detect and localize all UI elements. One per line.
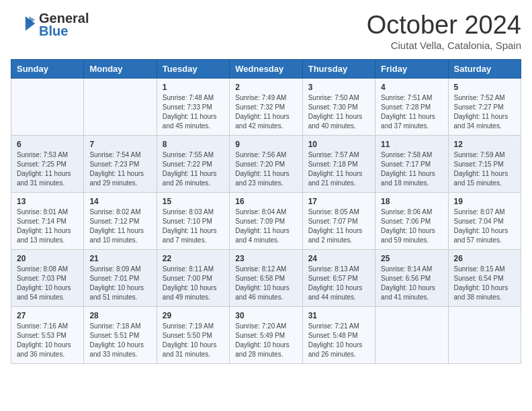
calendar-cell: 2Sunrise: 7:49 AM Sunset: 7:32 PM Daylig…	[230, 79, 302, 136]
calendar-week-row: 6Sunrise: 7:53 AM Sunset: 7:25 PM Daylig…	[11, 136, 521, 193]
day-info: Sunrise: 7:58 AM Sunset: 7:17 PM Dayligh…	[381, 150, 442, 188]
day-number: 9	[235, 140, 296, 149]
day-info: Sunrise: 8:07 AM Sunset: 7:04 PM Dayligh…	[454, 208, 515, 245]
day-info: Sunrise: 7:53 AM Sunset: 7:25 PM Dayligh…	[17, 150, 78, 188]
calendar-cell: 16Sunrise: 8:04 AM Sunset: 7:09 PM Dayli…	[230, 193, 302, 250]
calendar-cell: 29Sunrise: 7:19 AM Sunset: 5:50 PM Dayli…	[157, 307, 229, 364]
calendar-week-row: 27Sunrise: 7:16 AM Sunset: 5:53 PM Dayli…	[11, 307, 521, 364]
location-subtitle: Ciutat Vella, Catalonia, Spain	[367, 40, 521, 51]
calendar-cell	[375, 307, 448, 364]
day-of-week-header: Monday	[84, 60, 157, 79]
calendar-cell: 17Sunrise: 8:05 AM Sunset: 7:07 PM Dayli…	[302, 193, 375, 250]
day-info: Sunrise: 7:50 AM Sunset: 7:30 PM Dayligh…	[308, 93, 369, 131]
calendar-cell: 7Sunrise: 7:54 AM Sunset: 7:23 PM Daylig…	[84, 136, 157, 193]
calendar-cell: 15Sunrise: 8:03 AM Sunset: 7:10 PM Dayli…	[157, 193, 229, 250]
calendar-cell: 22Sunrise: 8:11 AM Sunset: 7:00 PM Dayli…	[157, 250, 229, 307]
day-number: 31	[308, 311, 369, 320]
calendar-cell: 30Sunrise: 7:20 AM Sunset: 5:49 PM Dayli…	[230, 307, 302, 364]
calendar-table: SundayMondayTuesdayWednesdayThursdayFrid…	[11, 59, 521, 364]
calendar-cell	[448, 307, 521, 364]
day-number: 6	[17, 140, 78, 149]
day-info: Sunrise: 8:12 AM Sunset: 6:58 PM Dayligh…	[235, 265, 296, 302]
day-number: 11	[381, 140, 442, 149]
day-number: 28	[89, 311, 150, 320]
calendar-cell: 26Sunrise: 8:15 AM Sunset: 6:54 PM Dayli…	[448, 250, 521, 307]
calendar-cell: 18Sunrise: 8:06 AM Sunset: 7:06 PM Dayli…	[375, 193, 448, 250]
calendar-cell: 31Sunrise: 7:21 AM Sunset: 5:48 PM Dayli…	[302, 307, 375, 364]
calendar-week-row: 20Sunrise: 8:08 AM Sunset: 7:03 PM Dayli…	[11, 250, 521, 307]
day-info: Sunrise: 7:48 AM Sunset: 7:33 PM Dayligh…	[163, 93, 224, 131]
day-of-week-header: Friday	[375, 60, 448, 79]
day-info: Sunrise: 7:59 AM Sunset: 7:15 PM Dayligh…	[454, 150, 515, 188]
calendar-cell: 21Sunrise: 8:09 AM Sunset: 7:01 PM Dayli…	[84, 250, 157, 307]
calendar-week-row: 13Sunrise: 8:01 AM Sunset: 7:14 PM Dayli…	[11, 193, 521, 250]
day-info: Sunrise: 7:49 AM Sunset: 7:32 PM Dayligh…	[235, 93, 296, 131]
day-number: 23	[235, 254, 296, 263]
calendar-cell: 3Sunrise: 7:50 AM Sunset: 7:30 PM Daylig…	[302, 79, 375, 136]
calendar-cell: 1Sunrise: 7:48 AM Sunset: 7:33 PM Daylig…	[157, 79, 229, 136]
day-number: 22	[163, 254, 224, 263]
day-info: Sunrise: 7:19 AM Sunset: 5:50 PM Dayligh…	[163, 322, 224, 359]
day-of-week-header: Thursday	[302, 60, 375, 79]
day-info: Sunrise: 7:21 AM Sunset: 5:48 PM Dayligh…	[308, 322, 369, 359]
day-number: 1	[163, 83, 224, 92]
calendar-cell: 27Sunrise: 7:16 AM Sunset: 5:53 PM Dayli…	[11, 307, 84, 364]
day-info: Sunrise: 8:15 AM Sunset: 6:54 PM Dayligh…	[454, 265, 515, 302]
day-info: Sunrise: 7:54 AM Sunset: 7:23 PM Dayligh…	[89, 150, 150, 188]
day-number: 4	[381, 83, 442, 92]
day-info: Sunrise: 7:16 AM Sunset: 5:53 PM Dayligh…	[17, 322, 78, 359]
calendar-cell: 10Sunrise: 7:57 AM Sunset: 7:18 PM Dayli…	[302, 136, 375, 193]
calendar-cell: 23Sunrise: 8:12 AM Sunset: 6:58 PM Dayli…	[230, 250, 302, 307]
day-number: 20	[17, 254, 78, 263]
day-info: Sunrise: 7:20 AM Sunset: 5:49 PM Dayligh…	[235, 322, 296, 359]
calendar-cell: 14Sunrise: 8:02 AM Sunset: 7:12 PM Dayli…	[84, 193, 157, 250]
day-number: 2	[235, 83, 296, 92]
day-number: 7	[89, 140, 150, 149]
calendar-cell: 4Sunrise: 7:51 AM Sunset: 7:28 PM Daylig…	[375, 79, 448, 136]
day-number: 27	[17, 311, 78, 320]
day-number: 13	[17, 197, 78, 206]
page-header: General Blue October 2024 Ciutat Vella, …	[11, 11, 521, 51]
day-number: 19	[454, 197, 515, 206]
day-info: Sunrise: 7:52 AM Sunset: 7:27 PM Dayligh…	[454, 93, 515, 131]
calendar-header: SundayMondayTuesdayWednesdayThursdayFrid…	[11, 60, 521, 79]
calendar-cell: 13Sunrise: 8:01 AM Sunset: 7:14 PM Dayli…	[11, 193, 84, 250]
day-number: 3	[308, 83, 369, 92]
day-number: 17	[308, 197, 369, 206]
day-info: Sunrise: 8:14 AM Sunset: 6:56 PM Dayligh…	[381, 265, 442, 302]
day-info: Sunrise: 7:55 AM Sunset: 7:22 PM Dayligh…	[163, 150, 224, 188]
day-of-week-header: Saturday	[448, 60, 521, 79]
day-info: Sunrise: 7:56 AM Sunset: 7:20 PM Dayligh…	[235, 150, 296, 188]
day-number: 5	[454, 83, 515, 92]
calendar-cell: 12Sunrise: 7:59 AM Sunset: 7:15 PM Dayli…	[448, 136, 521, 193]
month-title: October 2024	[367, 11, 521, 40]
day-number: 16	[235, 197, 296, 206]
calendar-cell: 20Sunrise: 8:08 AM Sunset: 7:03 PM Dayli…	[11, 250, 84, 307]
calendar-cell	[11, 79, 84, 136]
day-number: 15	[163, 197, 224, 206]
day-info: Sunrise: 8:09 AM Sunset: 7:01 PM Dayligh…	[89, 265, 150, 302]
day-info: Sunrise: 7:18 AM Sunset: 5:51 PM Dayligh…	[89, 322, 150, 359]
calendar-cell: 8Sunrise: 7:55 AM Sunset: 7:22 PM Daylig…	[157, 136, 229, 193]
day-number: 12	[454, 140, 515, 149]
calendar-cell: 6Sunrise: 7:53 AM Sunset: 7:25 PM Daylig…	[11, 136, 84, 193]
day-number: 24	[308, 254, 369, 263]
title-block: October 2024 Ciutat Vella, Catalonia, Sp…	[367, 11, 521, 51]
day-number: 14	[89, 197, 150, 206]
day-number: 29	[163, 311, 224, 320]
day-info: Sunrise: 8:11 AM Sunset: 7:00 PM Dayligh…	[163, 265, 224, 302]
calendar-cell: 19Sunrise: 8:07 AM Sunset: 7:04 PM Dayli…	[448, 193, 521, 250]
logo: General Blue	[11, 11, 89, 39]
day-info: Sunrise: 7:51 AM Sunset: 7:28 PM Dayligh…	[381, 93, 442, 131]
day-info: Sunrise: 7:57 AM Sunset: 7:18 PM Dayligh…	[308, 150, 369, 188]
day-info: Sunrise: 8:04 AM Sunset: 7:09 PM Dayligh…	[235, 208, 296, 245]
day-of-week-header: Wednesday	[230, 60, 302, 79]
day-info: Sunrise: 8:05 AM Sunset: 7:07 PM Dayligh…	[308, 208, 369, 245]
day-number: 18	[381, 197, 442, 206]
calendar-week-row: 1Sunrise: 7:48 AM Sunset: 7:33 PM Daylig…	[11, 79, 521, 136]
day-number: 26	[454, 254, 515, 263]
calendar-cell: 28Sunrise: 7:18 AM Sunset: 5:51 PM Dayli…	[84, 307, 157, 364]
day-number: 30	[235, 311, 296, 320]
day-number: 8	[163, 140, 224, 149]
day-of-week-header: Sunday	[11, 60, 84, 79]
